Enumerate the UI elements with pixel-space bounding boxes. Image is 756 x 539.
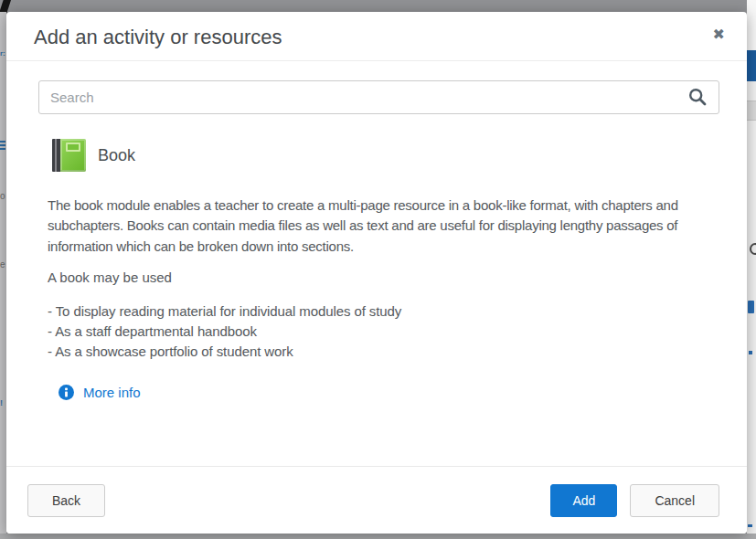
add-activity-modal: Add an activity or resources ✖ [6,12,747,534]
module-usage-intro: A book may be used [48,268,719,288]
module-header: Book [52,139,719,172]
modal-footer: Back Add Cancel [6,466,747,534]
add-button[interactable]: Add [550,484,617,517]
modal-header: Add an activity or resources ✖ [6,12,747,61]
background-button-fragment [747,50,756,81]
info-circle-icon [59,385,74,400]
cancel-button[interactable]: Cancel [630,484,719,517]
background-glyph-fragment [750,243,756,255]
background-icon-fragment [749,351,752,354]
background-text-fragment: r: [0,49,5,58]
search-icon[interactable] [688,88,707,106]
background-text-fragment: o [0,191,5,201]
background-page-bottom [0,534,756,539]
usage-list-item: - As a staff departmental handbook [48,322,719,342]
screen: r: o e ! Add an activity or resources ✖ [0,0,756,539]
background-icon-fragment [748,524,752,527]
search-input[interactable] [38,80,719,114]
usage-list-item: - As a showcase portfolio of student wor… [48,342,719,362]
book-icon [52,139,86,172]
back-button[interactable]: Back [27,484,105,517]
close-button[interactable]: ✖ [708,24,730,46]
background-page-right [747,0,756,534]
background-header-fragment [747,0,756,50]
menu-icon-fragment [0,141,5,152]
modal-body: Book The book module enables a teacher t… [6,61,747,466]
more-info-label: More info [83,385,141,400]
book-cover [60,139,86,172]
search-box [38,80,719,114]
background-page-left: r: o e ! [0,12,6,534]
module-usage-list: - To display reading material for indivi… [48,301,719,363]
background-band-fragment [747,100,756,121]
background-text-fragment: e [0,259,5,270]
module-description: The book module enables a teacher to cre… [48,196,719,257]
book-spine [52,139,60,172]
book-cover-label [66,143,80,152]
background-text-fragment: ! [0,398,3,407]
more-info-link[interactable]: More info [59,385,141,400]
module-name: Book [98,146,135,165]
background-icon-fragment [748,301,754,313]
modal-title: Add an activity or resources [34,26,719,49]
usage-list-item: - To display reading material for indivi… [48,301,719,322]
close-icon: ✖ [713,26,725,43]
